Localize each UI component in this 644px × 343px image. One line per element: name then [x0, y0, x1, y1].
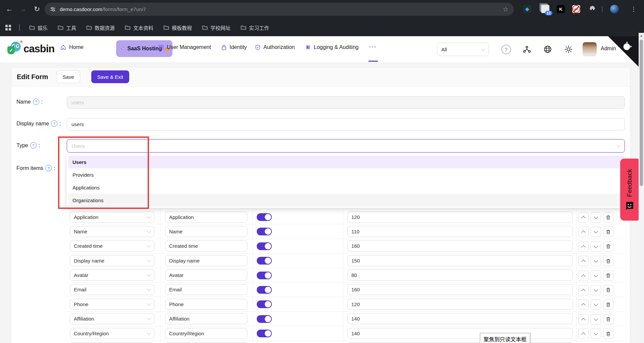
- profile-avatar-icon[interactable]: [609, 4, 620, 14]
- nav-more-icon[interactable]: ···: [369, 44, 377, 50]
- sitemap-icon[interactable]: [522, 44, 532, 54]
- delete-row-button[interactable]: [603, 256, 613, 266]
- back-icon[interactable]: ←: [5, 4, 14, 14]
- visible-toggle-on[interactable]: [257, 228, 272, 235]
- display-name-cell-input[interactable]: Created time: [165, 240, 247, 251]
- delete-row-button[interactable]: [603, 329, 613, 339]
- move-down-button[interactable]: [591, 329, 601, 339]
- scrollbar-up-arrow-icon[interactable]: [640, 35, 643, 37]
- display-name-input[interactable]: users: [67, 118, 625, 130]
- url-bar[interactable]: demo.casdoor.com/forms/form_e7urv7 ☆: [45, 3, 514, 16]
- move-up-button[interactable]: [578, 271, 589, 281]
- bookmark-folder[interactable]: 学校网址: [199, 23, 233, 33]
- extension-k-icon[interactable]: K: [556, 4, 566, 14]
- move-down-button[interactable]: [591, 227, 601, 237]
- move-up-button[interactable]: [578, 299, 589, 310]
- bookmark-folder[interactable]: 娱乐: [27, 23, 50, 33]
- nav-item-identity[interactable]: Identity: [221, 44, 247, 50]
- width-input[interactable]: 140: [347, 313, 573, 324]
- visible-toggle-on[interactable]: [257, 315, 272, 323]
- bookmark-folder[interactable]: 工具: [55, 23, 79, 33]
- user-avatar[interactable]: [583, 42, 597, 56]
- bookmark-star-icon[interactable]: ☆: [503, 5, 508, 13]
- organization-select[interactable]: All: [437, 43, 489, 56]
- help-icon[interactable]: ?: [501, 44, 511, 54]
- help-circle-icon[interactable]: ?: [45, 165, 52, 171]
- move-down-button[interactable]: [591, 314, 601, 325]
- visible-toggle-on[interactable]: [257, 330, 272, 337]
- field-select[interactable]: Avatar: [70, 270, 154, 281]
- extension-tabs-icon[interactable]: 12: [540, 4, 550, 14]
- visible-toggle-on[interactable]: [257, 213, 272, 221]
- move-up-button[interactable]: [578, 212, 589, 223]
- move-down-button[interactable]: [591, 212, 601, 223]
- field-select[interactable]: Name: [70, 226, 154, 237]
- delete-row-button[interactable]: [603, 227, 613, 237]
- nav-item-home[interactable]: Home: [60, 44, 84, 50]
- move-down-button[interactable]: [591, 299, 601, 310]
- display-name-cell-input[interactable]: Name: [165, 226, 247, 237]
- field-select[interactable]: Phone: [70, 299, 154, 310]
- dropdown-option-organizations[interactable]: Organizations: [68, 194, 624, 207]
- move-up-button[interactable]: [578, 256, 589, 266]
- move-up-button[interactable]: [578, 285, 589, 295]
- visible-toggle-on[interactable]: [257, 272, 272, 279]
- display-name-cell-input[interactable]: Affiliation: [165, 313, 247, 324]
- help-circle-icon[interactable]: ?: [51, 120, 57, 127]
- move-down-button[interactable]: [591, 256, 601, 266]
- site-settings-icon[interactable]: [50, 6, 56, 12]
- help-circle-icon[interactable]: ?: [33, 99, 39, 105]
- chrome-menu-icon[interactable]: ⋮: [629, 4, 638, 14]
- delete-row-button[interactable]: [603, 271, 613, 281]
- language-globe-icon[interactable]: [543, 44, 553, 54]
- move-up-button[interactable]: [578, 227, 589, 237]
- bookmark-folder[interactable]: 文本资料: [122, 23, 156, 33]
- field-select[interactable]: Created time: [70, 240, 154, 251]
- save-exit-button[interactable]: Save & Exit: [91, 70, 130, 83]
- nav-item-authorization[interactable]: Authorization: [255, 44, 295, 50]
- save-button[interactable]: Save: [56, 70, 80, 83]
- move-up-button[interactable]: [578, 314, 589, 325]
- field-select[interactable]: Country/Region: [70, 328, 154, 339]
- nav-item-logging-auditing[interactable]: Logging & Auditing: [305, 44, 358, 50]
- width-input[interactable]: 110: [347, 226, 573, 237]
- page-scrollbar[interactable]: [639, 33, 644, 343]
- width-input[interactable]: 140: [347, 328, 573, 339]
- forward-icon[interactable]: →: [18, 4, 28, 14]
- width-input[interactable]: 80: [347, 270, 573, 281]
- delete-row-button[interactable]: [603, 285, 613, 295]
- field-select[interactable]: Affiliation: [70, 313, 154, 324]
- nav-item-user-management[interactable]: User Management: [158, 44, 211, 50]
- bookmark-folder[interactable]: 实习工作: [238, 23, 272, 33]
- delete-row-button[interactable]: [603, 314, 613, 325]
- dropdown-option-applications[interactable]: Applications: [68, 181, 624, 194]
- scrollbar-thumb[interactable]: [640, 40, 643, 186]
- bookmark-folder[interactable]: 数据资源: [84, 23, 117, 33]
- width-input[interactable]: 120: [347, 212, 573, 223]
- field-select[interactable]: Email: [70, 284, 154, 295]
- move-up-button[interactable]: [578, 241, 589, 252]
- field-select[interactable]: Application: [70, 212, 154, 223]
- delete-row-button[interactable]: [603, 241, 613, 252]
- user-name[interactable]: Admin: [601, 46, 616, 52]
- dropdown-option-users[interactable]: Users: [68, 156, 624, 168]
- help-circle-icon[interactable]: ?: [30, 142, 37, 149]
- delete-row-button[interactable]: [603, 299, 613, 310]
- delete-row-button[interactable]: [603, 212, 613, 223]
- width-input[interactable]: 120: [347, 299, 573, 310]
- bookmark-folder[interactable]: 模板教程: [161, 23, 195, 33]
- move-down-button[interactable]: [591, 271, 601, 281]
- extension-url-blocker-icon[interactable]: URL: [571, 4, 581, 14]
- visible-toggle-on[interactable]: [257, 257, 272, 265]
- extensions-puzzle-icon[interactable]: [587, 4, 597, 14]
- move-up-button[interactable]: [578, 329, 589, 339]
- move-down-button[interactable]: [591, 285, 601, 295]
- display-name-cell-input[interactable]: Application: [165, 212, 247, 223]
- field-select[interactable]: Display name: [70, 255, 154, 266]
- display-name-cell-input[interactable]: Avatar: [165, 270, 247, 281]
- extension-diamond-icon[interactable]: ◆: [522, 4, 532, 14]
- width-input[interactable]: 160: [347, 240, 573, 251]
- casbin-logo[interactable]: ✓ ★ casbin: [7, 41, 54, 57]
- display-name-cell-input[interactable]: Phone: [165, 299, 247, 310]
- width-input[interactable]: 160: [347, 284, 573, 295]
